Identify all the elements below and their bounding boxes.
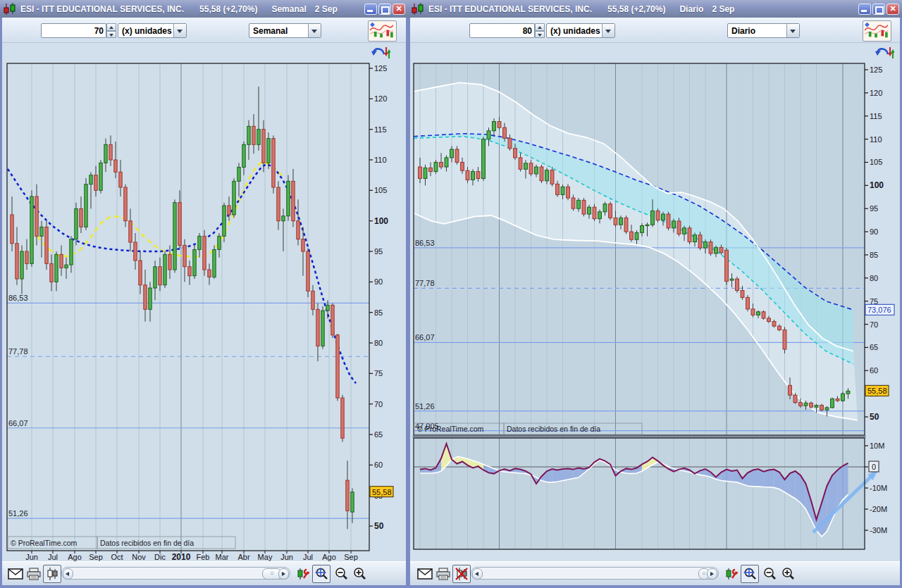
mail-icon[interactable] [416, 565, 434, 583]
chart-style-icon [369, 21, 395, 39]
maximize-button[interactable] [378, 4, 391, 15]
candle [203, 236, 206, 270]
zoom-fit-icon[interactable] [312, 565, 330, 583]
scroll-right-button[interactable] [278, 568, 289, 580]
weekly-price-chart[interactable]: 86,5377,7866,0751,2650556065707580859095… [2, 42, 410, 562]
candle [434, 162, 438, 171]
timeframe-dropdown[interactable]: Diario [727, 23, 800, 38]
chevron-down-icon [308, 24, 321, 37]
zoom-fit-icon[interactable] [741, 565, 759, 583]
window-title-date: 2 Sep [712, 4, 734, 14]
svg-text:Ago: Ago [68, 553, 82, 561]
units-count-input[interactable] [469, 23, 535, 38]
candle [178, 203, 181, 246]
scroll-left-button[interactable] [63, 568, 73, 580]
zoom-in-icon[interactable] [350, 565, 369, 583]
candle [778, 326, 781, 330]
candlestick-mode-icon[interactable] [43, 565, 61, 583]
close-button[interactable] [393, 4, 405, 15]
candle [757, 312, 760, 315]
candle [736, 279, 739, 290]
chevron-down-icon [173, 24, 186, 37]
candle [561, 187, 564, 194]
candle [104, 144, 107, 163]
candle [772, 322, 776, 327]
horizontal-scrollbar[interactable]: ≡ [471, 567, 719, 580]
horizontal-scrollbar[interactable]: ≡ [61, 567, 290, 580]
candle [715, 247, 718, 254]
svg-text:55,58: 55,58 [372, 488, 392, 496]
svg-text:60: 60 [870, 366, 878, 375]
candle [751, 309, 755, 315]
minimize-button[interactable] [858, 4, 871, 15]
minimize-button[interactable] [364, 4, 377, 15]
svg-text:Jun: Jun [25, 553, 38, 561]
candle [272, 139, 275, 187]
scroll-right-button[interactable] [707, 568, 717, 580]
maximize-button[interactable] [872, 4, 885, 15]
titlebar-weekly[interactable]: ESI - ITT EDUCATIONAL SERVICES, INC. 55,… [0, 0, 408, 18]
scroll-left-button[interactable] [472, 568, 483, 580]
candle [487, 131, 490, 139]
candle [25, 251, 28, 263]
units-count-stepper[interactable] [106, 23, 116, 38]
candle [767, 318, 771, 322]
chart-style-button[interactable] [863, 20, 891, 42]
candle [424, 168, 427, 178]
candle [804, 403, 808, 406]
svg-text:125: 125 [374, 64, 387, 73]
chart-settings-wrench-icon[interactable] [722, 565, 741, 583]
zoom-out-icon[interactable] [332, 565, 350, 583]
candlestick-mode-disabled-icon[interactable] [452, 565, 471, 583]
svg-text:Oct: Oct [111, 553, 123, 561]
chart-settings-wrench-icon[interactable] [294, 565, 312, 583]
candle [85, 184, 87, 227]
window-title-timeframe: Diario [679, 4, 703, 14]
candle [173, 203, 176, 270]
candle [218, 236, 221, 249]
candle [619, 218, 623, 225]
print-icon[interactable] [25, 565, 43, 583]
units-count-stepper[interactable] [535, 23, 545, 38]
mail-icon[interactable] [6, 565, 25, 583]
candle [223, 206, 226, 236]
timeframe-dropdown[interactable]: Semanal [249, 23, 321, 38]
candle [277, 187, 280, 221]
svg-text:51,26: 51,26 [8, 509, 28, 518]
candle [719, 247, 723, 252]
window-title-date: 2 Sep [315, 4, 338, 14]
window-weekly-chart: ESI - ITT EDUCATIONAL SERVICES, INC. 55,… [0, 0, 408, 588]
titlebar-daily[interactable]: ESI - ITT EDUCATIONAL SERVICES, INC. 55,… [408, 0, 902, 18]
chart-style-button[interactable] [368, 20, 397, 42]
svg-text:10M: 10M [870, 442, 884, 450]
candle [503, 127, 507, 138]
svg-text:125: 125 [870, 65, 882, 74]
window-daily-chart: ESI - ITT EDUCATIONAL SERVICES, INC. 55,… [408, 0, 902, 588]
svg-text:77,78: 77,78 [415, 279, 435, 287]
candle [614, 218, 617, 225]
units-count-input[interactable] [41, 23, 106, 38]
plot-background [7, 63, 369, 551]
zoom-in-icon[interactable] [779, 565, 797, 583]
zoom-out-icon[interactable] [760, 565, 779, 583]
print-icon[interactable] [434, 565, 452, 583]
candle [242, 144, 245, 167]
svg-text:66,07: 66,07 [8, 419, 28, 427]
daily-price-chart[interactable]: 86,5377,7866,0751,2647,00550556065707580… [410, 42, 902, 562]
svg-text:Nov: Nov [132, 553, 146, 561]
candle [50, 263, 53, 282]
candle [524, 163, 528, 170]
units-type-dropdown[interactable]: (x) unidades [118, 23, 187, 38]
candle [645, 225, 649, 225]
candle [341, 398, 344, 438]
chevron-down-icon [786, 24, 799, 37]
candle [75, 208, 78, 239]
svg-text:50: 50 [374, 521, 384, 531]
units-type-dropdown[interactable]: (x) unidades [546, 23, 615, 38]
candle [287, 181, 290, 215]
close-button[interactable] [886, 4, 899, 15]
candle [257, 130, 260, 145]
candle [60, 254, 63, 268]
svg-text:100: 100 [870, 180, 884, 190]
svg-text:120: 120 [374, 94, 387, 103]
